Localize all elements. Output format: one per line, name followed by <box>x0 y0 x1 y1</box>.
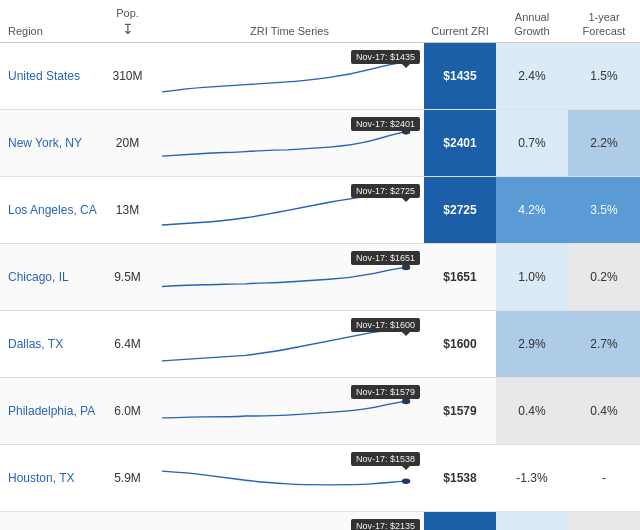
zri-cell: $1435 <box>424 43 496 109</box>
growth-cell: 0.7% <box>496 512 568 530</box>
growth-value: 0.7% <box>496 110 568 176</box>
zri-cell: $1600 <box>424 311 496 377</box>
forecast-value: 0.4% <box>568 378 640 444</box>
pop-cell: 9.5M <box>100 270 155 284</box>
zri-value: $1538 <box>424 445 496 511</box>
zri-cell: $1651 <box>424 244 496 310</box>
main-table: Region Pop. ↧ ZRI Time Series Current ZR… <box>0 0 640 530</box>
chart-tooltip: Nov-17: $1435 <box>351 50 420 64</box>
header-region: Region <box>0 24 100 38</box>
region-name[interactable]: Dallas, TX <box>8 337 63 351</box>
table-row: Chicago, IL9.5MNov-17: $1651$16511.0%0.2… <box>0 244 640 311</box>
chart-cell: Nov-17: $2725 <box>155 180 424 240</box>
growth-cell: -1.3% <box>496 445 568 511</box>
sort-icon[interactable]: ↧ <box>122 20 134 38</box>
sparkline-area: Nov-17: $1538 <box>155 448 424 508</box>
pop-value: 310M <box>112 69 142 83</box>
pop-value: 6.0M <box>114 404 141 418</box>
growth-value: 1.0% <box>496 244 568 310</box>
forecast-value: 1.5% <box>568 43 640 109</box>
table-header: Region Pop. ↧ ZRI Time Series Current ZR… <box>0 0 640 43</box>
chart-cell: Nov-17: $2401 <box>155 113 424 173</box>
zri-value: $2135 <box>424 512 496 530</box>
zri-cell: $2401 <box>424 110 496 176</box>
pop-cell: 13M <box>100 203 155 217</box>
chart-tooltip: Nov-17: $2135 <box>351 519 420 530</box>
chart-cell: Nov-17: $1651 <box>155 247 424 307</box>
zri-value: $1600 <box>424 311 496 377</box>
region-name[interactable]: Houston, TX <box>8 471 74 485</box>
table-row: Washington,5.6MNov-17: $2135$21350.7%0.4… <box>0 512 640 530</box>
forecast-cell: 1.5% <box>568 43 640 109</box>
region-cell: Chicago, IL <box>0 269 100 286</box>
zri-cell: $2725 <box>424 177 496 243</box>
zri-value: $2401 <box>424 110 496 176</box>
pop-cell: 20M <box>100 136 155 150</box>
sparkline-area: Nov-17: $2135 <box>155 515 424 530</box>
region-name[interactable]: United States <box>8 69 80 83</box>
zri-cell: $2135 <box>424 512 496 530</box>
header-annual-growth: Annual Growth <box>496 10 568 39</box>
zri-cell: $1538 <box>424 445 496 511</box>
growth-cell: 0.7% <box>496 110 568 176</box>
sparkline-area: Nov-17: $2401 <box>155 113 424 173</box>
table-row: New York, NY20MNov-17: $2401$24010.7%2.2… <box>0 110 640 177</box>
pop-value: 5.9M <box>114 471 141 485</box>
chart-cell: Nov-17: $1538 <box>155 448 424 508</box>
region-cell: New York, NY <box>0 135 100 152</box>
pop-value: 13M <box>116 203 139 217</box>
region-name[interactable]: Los Angeles, CA <box>8 203 97 217</box>
growth-cell: 4.2% <box>496 177 568 243</box>
forecast-cell: 3.5% <box>568 177 640 243</box>
chart-tooltip: Nov-17: $1651 <box>351 251 420 265</box>
table-row: Houston, TX5.9MNov-17: $1538$1538-1.3%- <box>0 445 640 512</box>
forecast-cell: 0.2% <box>568 244 640 310</box>
zri-cell: $1579 <box>424 378 496 444</box>
pop-value: 6.4M <box>114 337 141 351</box>
header-forecast: 1-year Forecast <box>568 10 640 39</box>
pop-cell: 6.0M <box>100 404 155 418</box>
region-name[interactable]: New York, NY <box>8 136 82 150</box>
sparkline-area: Nov-17: $1651 <box>155 247 424 307</box>
growth-value: -1.3% <box>496 445 568 511</box>
sparkline-area: Nov-17: $2725 <box>155 180 424 240</box>
growth-value: 0.7% <box>496 512 568 530</box>
growth-cell: 2.9% <box>496 311 568 377</box>
pop-cell: 5.9M <box>100 471 155 485</box>
table-row: Dallas, TX6.4MNov-17: $1600$16002.9%2.7% <box>0 311 640 378</box>
region-cell: Philadelphia, PA <box>0 403 100 420</box>
pop-cell: 310M <box>100 69 155 83</box>
chart-cell: Nov-17: $1435 <box>155 46 424 106</box>
chart-tooltip: Nov-17: $2725 <box>351 184 420 198</box>
table-row: United States310MNov-17: $1435$14352.4%1… <box>0 43 640 110</box>
forecast-value: 3.5% <box>568 177 640 243</box>
growth-cell: 2.4% <box>496 43 568 109</box>
pop-value: 9.5M <box>114 270 141 284</box>
chart-tooltip: Nov-17: $2401 <box>351 117 420 131</box>
chart-cell: Nov-17: $1579 <box>155 381 424 441</box>
header-pop: Pop. ↧ <box>100 6 155 38</box>
forecast-value: - <box>568 445 640 511</box>
region-cell: United States <box>0 68 100 85</box>
forecast-value: 2.2% <box>568 110 640 176</box>
chart-tooltip: Nov-17: $1538 <box>351 452 420 466</box>
chart-tooltip: Nov-17: $1579 <box>351 385 420 399</box>
growth-cell: 0.4% <box>496 378 568 444</box>
sparkline-area: Nov-17: $1579 <box>155 381 424 441</box>
forecast-cell: 0.4% <box>568 378 640 444</box>
chart-tooltip: Nov-17: $1600 <box>351 318 420 332</box>
chart-cell: Nov-17: $1600 <box>155 314 424 374</box>
forecast-value: 0.4% <box>568 512 640 530</box>
growth-cell: 1.0% <box>496 244 568 310</box>
region-name[interactable]: Chicago, IL <box>8 270 69 284</box>
growth-value: 2.4% <box>496 43 568 109</box>
region-name[interactable]: Philadelphia, PA <box>8 404 95 418</box>
forecast-cell: 2.7% <box>568 311 640 377</box>
growth-value: 0.4% <box>496 378 568 444</box>
table-row: Philadelphia, PA6.0MNov-17: $1579$15790.… <box>0 378 640 445</box>
header-current-zri: Current ZRI <box>424 24 496 38</box>
pop-value: 20M <box>116 136 139 150</box>
forecast-cell: 0.4% <box>568 512 640 530</box>
sparkline-area: Nov-17: $1600 <box>155 314 424 374</box>
header-zri-series: ZRI Time Series <box>155 24 424 38</box>
